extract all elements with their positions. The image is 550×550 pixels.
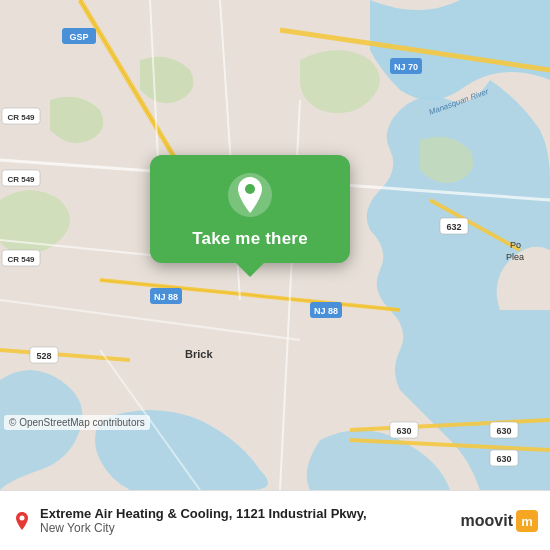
take-me-there-label: Take me there	[192, 229, 308, 249]
svg-text:Plea: Plea	[506, 252, 524, 262]
location-pin-icon	[226, 171, 274, 219]
location-pin-bottom-icon	[12, 511, 32, 531]
svg-text:m: m	[521, 514, 533, 529]
svg-point-46	[245, 184, 255, 194]
moovit-brand-icon: m	[516, 510, 538, 532]
location-city: New York City	[40, 521, 461, 535]
svg-text:632: 632	[446, 222, 461, 232]
svg-text:CR 549: CR 549	[7, 113, 35, 122]
moovit-text: moovit	[461, 512, 513, 530]
svg-text:NJ 88: NJ 88	[154, 292, 178, 302]
svg-text:GSP: GSP	[69, 32, 88, 42]
svg-text:CR 549: CR 549	[7, 175, 35, 184]
svg-point-47	[20, 515, 25, 520]
svg-text:NJ 88: NJ 88	[314, 306, 338, 316]
location-info: Extreme Air Heating & Cooling, 1121 Indu…	[40, 506, 461, 535]
svg-text:528: 528	[36, 351, 51, 361]
moovit-logo: moovit m	[461, 510, 538, 532]
svg-text:630: 630	[496, 454, 511, 464]
svg-text:NJ 70: NJ 70	[394, 62, 418, 72]
svg-text:630: 630	[396, 426, 411, 436]
bottom-bar: Extreme Air Heating & Cooling, 1121 Indu…	[0, 490, 550, 550]
attribution-bar: © OpenStreetMap contributors	[4, 415, 150, 430]
svg-text:CR 549: CR 549	[7, 255, 35, 264]
svg-text:Brick: Brick	[185, 348, 213, 360]
map-container: GSP NJ 70 NJ 88 NJ 88 CR 549 CR 549 CR 5…	[0, 0, 550, 490]
take-me-there-card[interactable]: Take me there	[150, 155, 350, 263]
svg-text:630: 630	[496, 426, 511, 436]
svg-text:Po: Po	[510, 240, 521, 250]
location-name: Extreme Air Heating & Cooling, 1121 Indu…	[40, 506, 461, 521]
